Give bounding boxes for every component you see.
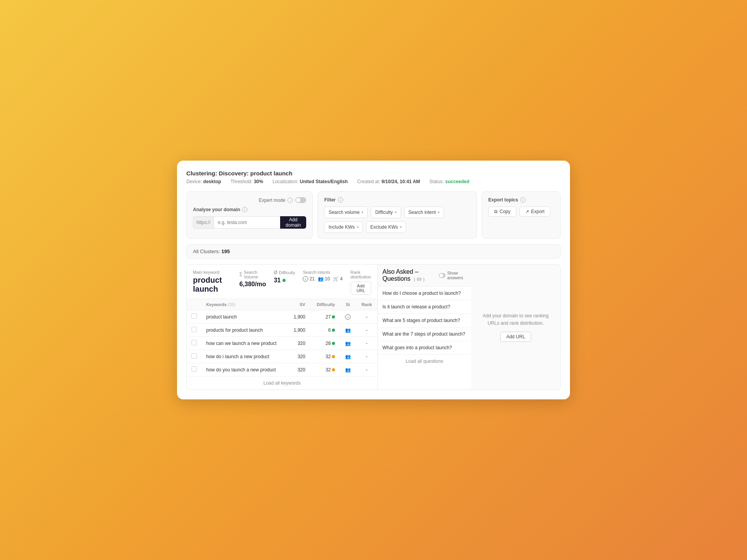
export-buttons: ⧉ Copy ↗ Export — [488, 206, 554, 217]
expert-mode-label: Expert mode — [259, 198, 285, 203]
aa-title: Also Asked – Questions (69) — [382, 268, 439, 282]
export-icon: ↗ — [525, 209, 529, 214]
table-row: how can we launch a new product 320 28 👥… — [187, 337, 377, 350]
si-header: Si — [340, 299, 356, 310]
sv-cell: 320 — [287, 363, 310, 376]
copy-button[interactable]: ⧉ Copy — [488, 206, 516, 217]
sigma-icon: Σ — [239, 272, 242, 277]
expert-mode-info-icon: i — [288, 198, 293, 203]
sv-cell: 1,900 — [287, 310, 310, 324]
table-header-row: Keywords (35) SV Difficulty Si Rank — [187, 299, 377, 310]
si-cell: 👥 — [340, 350, 356, 363]
difficulty-cell: 27 — [310, 310, 340, 324]
main-keyword-label: Main keyword — [193, 270, 239, 275]
created-meta: Created at: 9/10/24, 10:41 AM — [357, 179, 420, 184]
si-cell: 👥 — [340, 363, 356, 376]
filter-include-kws[interactable]: Include KWs ▾ — [324, 221, 363, 233]
keywords-tbody: product launch 1,900 27 i - products for… — [187, 310, 377, 376]
difficulty-cell: 28 — [310, 337, 340, 350]
show-answers-toggle[interactable]: Show answers — [439, 271, 466, 280]
header-meta: Device: desktop Threshold: 30% Localizat… — [186, 179, 561, 184]
filter-info-icon: i — [338, 197, 343, 203]
show-answers-toggle-switch[interactable] — [439, 273, 445, 278]
main-card: Clustering: Discovery: product launch De… — [177, 161, 570, 399]
rank-distribution-panel: Add your domain to see ranking URLs and … — [471, 264, 561, 390]
rank-cell: - — [356, 310, 377, 324]
filter-search-volume[interactable]: Search volume ▾ — [324, 206, 368, 218]
aa-question[interactable]: What are 5 stages of product launch? — [378, 314, 471, 327]
export-topics-label: Export topics i — [488, 197, 554, 203]
device-meta: Device: desktop — [186, 179, 221, 184]
si-people-icon: 👥 — [318, 276, 324, 282]
filter-label: Filter i — [324, 197, 470, 203]
row-checkbox[interactable] — [191, 366, 197, 372]
rank-cell: - — [356, 337, 377, 350]
load-all-questions[interactable]: Load all questions — [378, 355, 471, 368]
stat-search-volume: Σ Search Volume 6,380/mo — [239, 270, 266, 288]
filter-row: Search volume ▾ Difficulty ▾ Search inte… — [324, 206, 470, 233]
difficulty-header: Difficulty — [310, 299, 340, 310]
add-domain-button[interactable]: Add domain — [280, 216, 306, 229]
aa-header: Also Asked – Questions (69) Show answers — [378, 264, 471, 287]
row-checkbox[interactable] — [191, 327, 197, 332]
difficulty-cell: 32 — [310, 350, 340, 363]
si-info-icon: i — [303, 276, 308, 282]
difficulty-cell: 6 — [310, 324, 340, 337]
also-asked-panel: Also Asked – Questions (69) Show answers… — [378, 264, 471, 390]
si-cell: i — [340, 310, 356, 324]
chevron-down-icon: ▾ — [395, 210, 397, 214]
sv-cell: 320 — [287, 350, 310, 363]
rank-cell: - — [356, 324, 377, 337]
main-keyword: product launch — [193, 276, 239, 294]
keyword-cell: how can we launch a new product — [202, 337, 287, 350]
rank-cell: - — [356, 363, 377, 376]
add-url-button-header[interactable]: Add URL — [351, 282, 371, 295]
threshold-meta: Threshold: 30% — [230, 179, 263, 184]
export-topics-panel: Export topics i ⧉ Copy ↗ Export — [482, 191, 561, 239]
expert-mode-row: Expert mode i — [193, 197, 306, 203]
kd-header: Main keyword product launch Σ Search Vol… — [187, 264, 377, 299]
sv-cell: 1,900 — [287, 324, 310, 337]
sv-header: SV — [287, 299, 310, 310]
filter-difficulty[interactable]: Difficulty ▾ — [371, 206, 401, 218]
expert-mode-toggle[interactable] — [295, 197, 306, 203]
export-info-icon: i — [520, 197, 526, 203]
search-volume-value: 6,380/mo — [239, 281, 266, 288]
row-checkbox[interactable] — [191, 340, 197, 345]
keywords-table: Keywords (35) SV Difficulty Si Rank prod… — [187, 299, 377, 376]
filter-search-intent[interactable]: Search intent ▾ — [404, 206, 444, 218]
export-button[interactable]: ↗ Export — [519, 206, 551, 217]
si-cart-icon: 🛒 — [333, 276, 339, 282]
localization-meta: Localization: United States/English — [272, 179, 347, 184]
row-checkbox[interactable] — [191, 353, 197, 359]
chevron-down-icon: ▾ — [357, 225, 359, 229]
keyword-detail-panel: Main keyword product launch Σ Search Vol… — [186, 264, 378, 390]
si-people-item: 👥 10 — [318, 276, 330, 282]
row-checkbox[interactable] — [191, 313, 197, 319]
keyword-cell: how do i launch a new product — [202, 350, 287, 363]
analyse-domain-panel: Expert mode i Analyse your domain i http… — [186, 191, 313, 239]
load-all-keywords[interactable]: Load all keywords — [187, 376, 377, 390]
stat-search-intents: Search intents i 21 👥 10 — [303, 270, 342, 282]
page-title: Clustering: Discovery: product launch — [186, 170, 561, 177]
stat-rank-distribution: Rank distribution Add URL — [351, 270, 371, 295]
si-cell: 👥 — [340, 324, 356, 337]
aa-question[interactable]: What are the 7 steps of product launch? — [378, 327, 471, 341]
table-row: products for product launch 1,900 6 👥 - — [187, 324, 377, 337]
filter-exclude-kws[interactable]: Exclude KWs ▾ — [366, 221, 406, 233]
all-clusters-bar: All Clusters: 195 — [186, 244, 561, 259]
rank-dist-message: Add your domain to see ranking URLs and … — [479, 312, 552, 327]
analyse-domain-label: Analyse your domain i — [193, 207, 306, 212]
aa-question[interactable]: Is it launch or release a product? — [378, 300, 471, 314]
aa-question[interactable]: How do I choose a product to launch? — [378, 287, 471, 300]
domain-input-row: https:// Add domain — [193, 216, 306, 229]
table-row: how do i launch a new product 320 32 👥 - — [187, 350, 377, 363]
aa-question[interactable]: What goes into a product launch? — [378, 341, 471, 355]
top-panels: Expert mode i Analyse your domain i http… — [186, 191, 561, 239]
sv-cell: 320 — [287, 337, 310, 350]
add-url-main-button[interactable]: Add URL — [500, 332, 531, 342]
domain-input[interactable] — [214, 216, 280, 229]
status-meta: Status: succeeded — [430, 179, 470, 184]
oslash-icon: Ø — [274, 270, 277, 275]
chevron-down-icon: ▾ — [361, 210, 363, 214]
